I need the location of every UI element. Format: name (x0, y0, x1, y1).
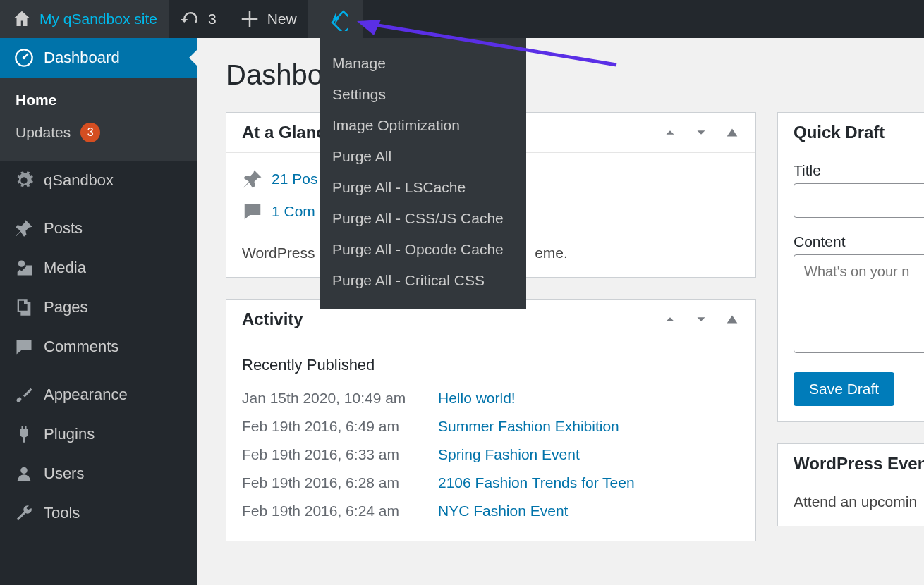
litespeed-icon (324, 7, 348, 31)
dashboard-icon (14, 48, 34, 68)
activity-row: Jan 15th 2020, 10:49 am Hello world! (242, 384, 740, 412)
brush-icon (14, 385, 34, 405)
sidebar-pages[interactable]: Pages (0, 288, 197, 327)
quick-draft-box: Quick Draft Title Content Save Draft (777, 112, 924, 422)
adminbar-litespeed[interactable] (308, 0, 363, 38)
chevron-down-icon[interactable] (693, 312, 709, 327)
dropdown-item-purgeall[interactable]: Purge All (320, 141, 526, 172)
triangle-up-icon[interactable] (724, 125, 740, 140)
sidebar-tools[interactable]: Tools (0, 493, 197, 533)
svg-rect-0 (332, 11, 348, 31)
sidebar-posts[interactable]: Posts (0, 209, 197, 248)
admin-sidebar: Dashboard Home Updates 3 qSandbox Posts … (0, 38, 197, 585)
sidebar-users[interactable]: Users (0, 454, 197, 493)
activity-link[interactable]: 2106 Fashion Trends for Teen (438, 474, 635, 491)
activity-list: Jan 15th 2020, 10:49 am Hello world! Feb… (242, 384, 740, 525)
sidebar-sub-home[interactable]: Home (0, 85, 197, 116)
activity-link[interactable]: Hello world! (438, 390, 516, 406)
comment-icon (242, 201, 263, 222)
dropdown-item-purge-lscache[interactable]: Purge All - LSCache (320, 172, 526, 203)
sidebar-comments[interactable]: Comments (0, 327, 197, 367)
chevron-down-icon[interactable] (693, 125, 709, 140)
activity-row: Feb 19th 2016, 6:33 am Spring Fashion Ev… (242, 441, 740, 469)
adminbar-new-label: New (267, 11, 297, 27)
qd-title-label: Title (794, 162, 924, 179)
sidebar-appearance[interactable]: Appearance (0, 375, 197, 414)
activity-link[interactable]: Summer Fashion Exhibition (438, 418, 619, 434)
adminbar-updates[interactable]: 3 (169, 0, 228, 38)
save-draft-button[interactable]: Save Draft (794, 372, 894, 406)
dropdown-item-manage[interactable]: Manage (320, 48, 526, 79)
qd-title-input[interactable] (794, 183, 924, 218)
dropdown-item-purge-cssjs[interactable]: Purge All - CSS/JS Cache (320, 203, 526, 234)
sidebar-dashboard-label: Dashboard (44, 49, 120, 67)
activity-row: Feb 19th 2016, 6:24 am NYC Fashion Event (242, 497, 740, 525)
content-area: Dashbo At a Glanc 21 Pos (197, 38, 924, 585)
litespeed-dropdown: Manage Settings Image Optimization Purge… (320, 38, 526, 309)
activity-link[interactable]: Spring Fashion Event (438, 446, 580, 462)
media-icon (14, 258, 34, 278)
user-icon (14, 464, 34, 484)
dropdown-item-settings[interactable]: Settings (320, 79, 526, 110)
admin-bar: My qSandbox site 3 New (0, 0, 924, 38)
gear-icon (14, 171, 34, 190)
chevron-up-icon[interactable] (662, 125, 678, 140)
dropdown-item-purge-critical[interactable]: Purge All - Critical CSS (320, 265, 526, 296)
sidebar-media[interactable]: Media (0, 248, 197, 288)
triangle-up-icon[interactable] (724, 312, 740, 327)
events-body-text: Attend an upcomin (794, 493, 917, 510)
activity-row: Feb 19th 2016, 6:49 am Summer Fashion Ex… (242, 412, 740, 441)
glance-comments[interactable]: 1 Com (242, 195, 315, 228)
plus-icon (239, 8, 260, 30)
adminbar-site-name: My qSandbox site (39, 11, 157, 27)
dropdown-item-purge-opcode[interactable]: Purge All - Opcode Cache (320, 234, 526, 265)
activity-row: Feb 19th 2016, 6:28 am 2106 Fashion Tren… (242, 469, 740, 497)
home-icon (11, 8, 32, 30)
events-title: WordPress Event (794, 454, 924, 474)
events-box: WordPress Event Attend an upcomin (777, 443, 924, 526)
wrench-icon (14, 503, 34, 523)
activity-title: Activity (242, 309, 303, 329)
sidebar-qsandbox[interactable]: qSandbox (0, 161, 197, 200)
sidebar-sub-updates[interactable]: Updates 3 (0, 116, 197, 149)
plugin-icon (14, 424, 34, 444)
adminbar-new[interactable]: New (228, 0, 308, 38)
adminbar-update-count: 3 (208, 11, 217, 27)
refresh-icon (180, 8, 201, 30)
sidebar-dashboard-submenu: Home Updates 3 (0, 78, 197, 161)
comments-icon (14, 337, 34, 357)
chevron-up-icon[interactable] (662, 312, 678, 327)
sidebar-plugins[interactable]: Plugins (0, 414, 197, 454)
dropdown-item-image-opt[interactable]: Image Optimization (320, 110, 526, 141)
pin-icon (242, 168, 263, 190)
activity-link[interactable]: NYC Fashion Event (438, 503, 568, 519)
adminbar-site[interactable]: My qSandbox site (0, 0, 169, 38)
svg-point-5 (20, 467, 27, 474)
quick-draft-title: Quick Draft (794, 123, 885, 142)
qd-content-textarea[interactable] (794, 254, 924, 353)
activity-subheading: Recently Published (242, 356, 740, 374)
glance-posts[interactable]: 21 Pos (242, 163, 317, 195)
svg-point-4 (23, 56, 26, 60)
qd-content-label: Content (794, 233, 924, 250)
activity-box: Activity Recently Published Jan 15th 202… (226, 299, 756, 541)
glance-title: At a Glanc (242, 123, 326, 142)
sidebar-dashboard[interactable]: Dashboard (0, 38, 197, 78)
pages-icon (14, 297, 34, 317)
updates-count-badge: 3 (80, 123, 100, 142)
pin-icon (14, 218, 34, 238)
